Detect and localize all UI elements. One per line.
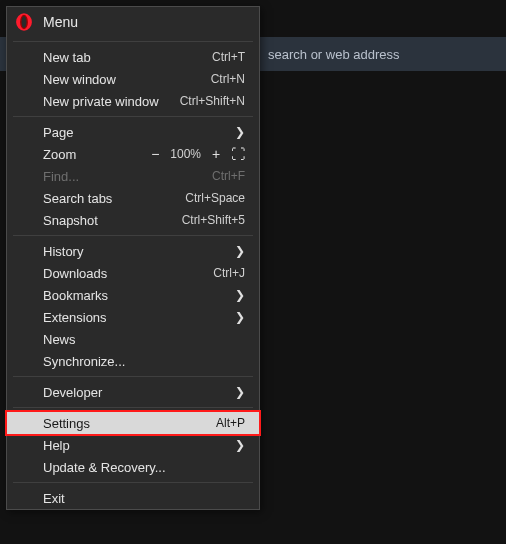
menu-item-extensions[interactable]: Extensions ❯ xyxy=(7,306,259,328)
menu-label: Developer xyxy=(43,385,235,400)
menu-item-settings[interactable]: Settings Alt+P xyxy=(7,412,259,434)
menu-item-news[interactable]: News xyxy=(7,328,259,350)
menu-label: Bookmarks xyxy=(43,288,235,303)
menu-label: Downloads xyxy=(43,266,213,281)
menu-title: Menu xyxy=(43,14,78,30)
separator xyxy=(13,407,253,408)
menu-label: Settings xyxy=(43,416,216,431)
separator xyxy=(13,376,253,377)
menu-label: Extensions xyxy=(43,310,235,325)
menu-item-update-recovery[interactable]: Update & Recovery... xyxy=(7,456,259,478)
menu-label: Search tabs xyxy=(43,191,185,206)
menu-item-bookmarks[interactable]: Bookmarks ❯ xyxy=(7,284,259,306)
zoom-out-button[interactable]: − xyxy=(148,147,162,161)
menu-label: Exit xyxy=(43,491,245,506)
menu-shortcut: Ctrl+Space xyxy=(185,191,245,205)
separator xyxy=(13,116,253,117)
menu-shortcut: Alt+P xyxy=(216,416,245,430)
menu-label: New window xyxy=(43,72,211,87)
chevron-right-icon: ❯ xyxy=(235,385,245,399)
chevron-right-icon: ❯ xyxy=(235,288,245,302)
zoom-value: 100% xyxy=(170,147,201,161)
menu-item-exit[interactable]: Exit xyxy=(7,487,259,509)
menu-label: Page xyxy=(43,125,235,140)
chevron-right-icon: ❯ xyxy=(235,438,245,452)
menu-label: New private window xyxy=(43,94,180,109)
menu-item-developer[interactable]: Developer ❯ xyxy=(7,381,259,403)
menu-shortcut: Ctrl+Shift+N xyxy=(180,94,245,108)
menu-label: Help xyxy=(43,438,235,453)
separator xyxy=(13,482,253,483)
address-bar-placeholder-fragment: search or web address xyxy=(268,47,400,62)
chevron-right-icon: ❯ xyxy=(235,244,245,258)
chevron-right-icon: ❯ xyxy=(235,125,245,139)
menu-item-synchronize[interactable]: Synchronize... xyxy=(7,350,259,372)
menu-shortcut: Ctrl+T xyxy=(212,50,245,64)
menu-item-page[interactable]: Page ❯ xyxy=(7,121,259,143)
menu-item-snapshot[interactable]: Snapshot Ctrl+Shift+5 xyxy=(7,209,259,231)
menu-label: News xyxy=(43,332,245,347)
menu-shortcut: Ctrl+Shift+5 xyxy=(182,213,245,227)
menu-label: Zoom xyxy=(43,147,148,162)
menu-label: New tab xyxy=(43,50,212,65)
menu-item-zoom[interactable]: Zoom − 100% + ⛶ xyxy=(7,143,259,165)
fullscreen-icon[interactable]: ⛶ xyxy=(231,147,245,161)
menu-item-find: Find... Ctrl+F xyxy=(7,165,259,187)
menu-item-new-tab[interactable]: New tab Ctrl+T xyxy=(7,46,259,68)
menu-label: History xyxy=(43,244,235,259)
main-menu: Menu New tab Ctrl+T New window Ctrl+N Ne… xyxy=(6,6,260,510)
menu-item-help[interactable]: Help ❯ xyxy=(7,434,259,456)
menu-label: Synchronize... xyxy=(43,354,245,369)
chevron-right-icon: ❯ xyxy=(235,310,245,324)
menu-shortcut: Ctrl+N xyxy=(211,72,245,86)
separator xyxy=(13,235,253,236)
menu-shortcut: Ctrl+J xyxy=(213,266,245,280)
menu-item-history[interactable]: History ❯ xyxy=(7,240,259,262)
menu-label: Find... xyxy=(43,169,212,184)
menu-shortcut: Ctrl+F xyxy=(212,169,245,183)
opera-logo-icon xyxy=(15,13,33,31)
menu-item-search-tabs[interactable]: Search tabs Ctrl+Space xyxy=(7,187,259,209)
menu-label: Update & Recovery... xyxy=(43,460,245,475)
menu-label: Snapshot xyxy=(43,213,182,228)
menu-header: Menu xyxy=(7,7,259,37)
menu-item-downloads[interactable]: Downloads Ctrl+J xyxy=(7,262,259,284)
svg-point-2 xyxy=(21,16,26,28)
zoom-in-button[interactable]: + xyxy=(209,147,223,161)
menu-item-new-window[interactable]: New window Ctrl+N xyxy=(7,68,259,90)
separator xyxy=(13,41,253,42)
menu-item-new-private-window[interactable]: New private window Ctrl+Shift+N xyxy=(7,90,259,112)
